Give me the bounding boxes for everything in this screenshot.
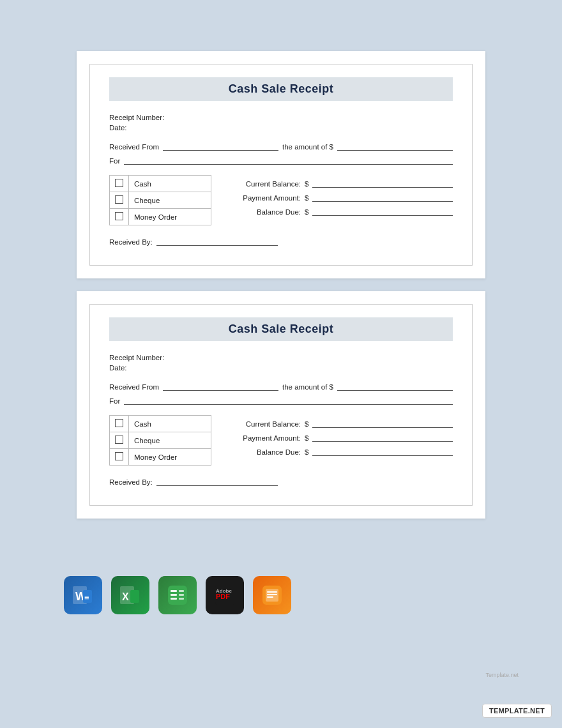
payment-amount-label-2: Payment Amount: bbox=[224, 434, 301, 442]
received-from-label-2: Received From bbox=[109, 383, 159, 391]
amount-field-1[interactable] bbox=[337, 140, 453, 151]
received-by-row-1: Received By: bbox=[109, 236, 453, 246]
cheque-checkbox-1[interactable] bbox=[115, 195, 123, 204]
svg-rect-20 bbox=[267, 594, 277, 595]
current-balance-label-1: Current Balance: bbox=[224, 180, 301, 188]
word-icon[interactable]: W ≡ bbox=[64, 576, 102, 614]
payment-amount-row-1: Payment Amount: $ bbox=[224, 192, 453, 202]
table-row: Cash bbox=[110, 416, 211, 432]
table-row: Cash bbox=[110, 176, 211, 192]
for-label-2: For bbox=[109, 397, 120, 405]
payment-amount-field-2[interactable] bbox=[312, 432, 453, 442]
payment-amount-row-2: Payment Amount: $ bbox=[224, 432, 453, 442]
money-order-label-2: Money Order bbox=[129, 449, 211, 466]
paper-2: Cash Sale Receipt Receipt Number: Date: … bbox=[77, 291, 485, 519]
received-from-field-2[interactable] bbox=[163, 381, 278, 391]
cheque-checkbox-cell-2[interactable] bbox=[110, 432, 129, 449]
received-by-field-1[interactable] bbox=[156, 236, 278, 246]
received-from-row-1: Received From the amount of $ bbox=[109, 140, 453, 151]
date-label-1: Date: bbox=[109, 124, 453, 132]
svg-rect-5 bbox=[130, 590, 139, 603]
receipt-number-label-2: Receipt Number: bbox=[109, 354, 453, 361]
excel-icon[interactable]: X bbox=[111, 576, 149, 614]
balance-due-label-1: Balance Due: bbox=[224, 208, 301, 216]
numbers-icon-inner bbox=[158, 576, 197, 614]
payment-amount-dollar-2: $ bbox=[305, 434, 308, 442]
cheque-checkbox-cell-1[interactable] bbox=[110, 192, 129, 209]
receipt-title-2: Cash Sale Receipt bbox=[109, 322, 453, 336]
receipt-meta-1: Receipt Number: Date: bbox=[109, 114, 453, 132]
current-balance-label-2: Current Balance: bbox=[224, 420, 301, 428]
word-svg: W ≡ bbox=[72, 584, 95, 607]
cash-checkbox-2[interactable] bbox=[115, 419, 123, 427]
received-by-field-2[interactable] bbox=[156, 476, 278, 486]
table-row: Money Order bbox=[110, 209, 211, 225]
received-by-row-2: Received By: bbox=[109, 476, 453, 486]
received-by-label-1: Received By: bbox=[109, 238, 153, 246]
pages-icon-inner bbox=[253, 576, 291, 614]
cash-checkbox-cell-2[interactable] bbox=[110, 416, 129, 432]
middle-section-1: Cash Cheque Money Order bbox=[109, 175, 453, 225]
svg-rect-9 bbox=[171, 594, 177, 596]
excel-svg: X bbox=[119, 584, 142, 607]
money-order-label-1: Money Order bbox=[129, 209, 211, 225]
current-balance-field-1[interactable] bbox=[312, 178, 453, 188]
svg-rect-19 bbox=[267, 591, 277, 593]
svg-rect-12 bbox=[179, 594, 184, 596]
cheque-label-2: Cheque bbox=[129, 432, 211, 449]
page-container: Cash Sale Receipt Receipt Number: Date: … bbox=[0, 0, 562, 557]
received-by-label-2: Received By: bbox=[109, 478, 153, 486]
word-icon-inner: W ≡ bbox=[64, 576, 102, 614]
numbers-icon[interactable] bbox=[158, 576, 197, 614]
receipt-2: Cash Sale Receipt Receipt Number: Date: … bbox=[89, 304, 473, 506]
receipt-title-bar-1: Cash Sale Receipt bbox=[109, 77, 453, 101]
balance-due-field-2[interactable] bbox=[312, 446, 453, 456]
receipt-meta-2: Receipt Number: Date: bbox=[109, 354, 453, 372]
receipt-1: Cash Sale Receipt Receipt Number: Date: … bbox=[89, 64, 473, 266]
money-order-checkbox-2[interactable] bbox=[115, 452, 123, 460]
table-row: Money Order bbox=[110, 449, 211, 466]
cheque-checkbox-2[interactable] bbox=[115, 436, 123, 444]
current-balance-dollar-1: $ bbox=[305, 180, 308, 188]
template-net-badge[interactable]: TEMPLATE.NET bbox=[482, 704, 552, 718]
amount-field-2[interactable] bbox=[337, 381, 453, 391]
receipt-title-bar-2: Cash Sale Receipt bbox=[109, 317, 453, 341]
current-balance-field-2[interactable] bbox=[312, 418, 453, 428]
amount-label-2: the amount of $ bbox=[282, 383, 333, 391]
payment-amount-field-1[interactable] bbox=[312, 192, 453, 202]
svg-rect-10 bbox=[171, 598, 177, 600]
pdf-icon[interactable]: PDF Adobe bbox=[206, 576, 244, 614]
payment-method-table-1: Cash Cheque Money Order bbox=[109, 175, 211, 225]
received-from-row-2: Received From the amount of $ bbox=[109, 381, 453, 391]
received-from-label-1: Received From bbox=[109, 143, 159, 151]
balance-due-label-2: Balance Due: bbox=[224, 448, 301, 456]
cash-checkbox-1[interactable] bbox=[115, 179, 123, 187]
money-order-checkbox-cell-2[interactable] bbox=[110, 449, 129, 466]
amount-label-1: the amount of $ bbox=[282, 143, 333, 151]
for-label-1: For bbox=[109, 157, 120, 165]
balance-due-field-1[interactable] bbox=[312, 206, 453, 216]
pages-icon[interactable] bbox=[253, 576, 291, 614]
money-order-checkbox-cell-1[interactable] bbox=[110, 209, 129, 225]
table-row: Cheque bbox=[110, 192, 211, 209]
date-label-2: Date: bbox=[109, 364, 453, 372]
svg-rect-8 bbox=[171, 590, 177, 592]
for-row-1: For bbox=[109, 155, 453, 165]
paper-1: Cash Sale Receipt Receipt Number: Date: … bbox=[77, 51, 485, 278]
cash-checkbox-cell-1[interactable] bbox=[110, 176, 129, 192]
received-from-field-1[interactable] bbox=[163, 140, 278, 151]
payment-method-table-2: Cash Cheque Money Order bbox=[109, 415, 211, 466]
watermark: Template.net bbox=[485, 672, 519, 678]
payment-amount-label-1: Payment Amount: bbox=[224, 194, 301, 202]
app-icons-bar: W ≡ X bbox=[0, 557, 562, 627]
svg-text:Adobe: Adobe bbox=[216, 588, 232, 594]
pdf-svg: PDF Adobe bbox=[213, 584, 236, 607]
numbers-svg bbox=[166, 584, 189, 607]
money-order-checkbox-1[interactable] bbox=[115, 212, 123, 220]
receipt-title-1: Cash Sale Receipt bbox=[109, 82, 453, 96]
payment-amount-dollar-1: $ bbox=[305, 194, 308, 202]
balance-due-row-2: Balance Due: $ bbox=[224, 446, 453, 456]
for-field-1[interactable] bbox=[124, 155, 453, 165]
for-field-2[interactable] bbox=[124, 395, 453, 405]
current-balance-row-2: Current Balance: $ bbox=[224, 418, 453, 428]
